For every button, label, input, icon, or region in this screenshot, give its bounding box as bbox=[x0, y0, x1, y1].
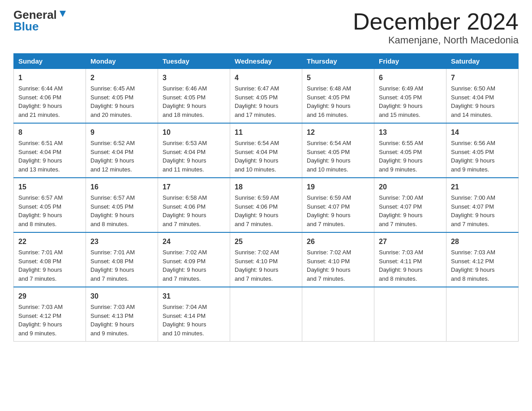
daylight-label: Daylight: 9 hours bbox=[307, 266, 351, 273]
day-number: 30 bbox=[90, 291, 153, 302]
sunrise-label: Sunrise: 7:04 AM bbox=[163, 304, 207, 310]
sunset-label: Sunset: 4:04 PM bbox=[90, 149, 133, 155]
sunset-label: Sunset: 4:12 PM bbox=[18, 313, 61, 319]
daylight-label: Daylight: 9 hours bbox=[235, 103, 279, 109]
logo-triangle-icon bbox=[58, 9, 68, 19]
calendar-cell: 22Sunrise: 7:01 AMSunset: 4:08 PMDayligh… bbox=[14, 232, 86, 287]
calendar-body: 1Sunrise: 6:44 AMSunset: 4:06 PMDaylight… bbox=[14, 69, 519, 342]
sunrise-label: Sunrise: 7:02 AM bbox=[163, 249, 207, 256]
daylight-label: Daylight: 9 hours bbox=[379, 103, 423, 109]
calendar-cell: 7Sunrise: 6:50 AMSunset: 4:04 PMDaylight… bbox=[446, 69, 519, 124]
calendar-cell: 31Sunrise: 7:04 AMSunset: 4:14 PMDayligh… bbox=[158, 287, 230, 342]
calendar-cell: 21Sunrise: 7:00 AMSunset: 4:07 PMDayligh… bbox=[446, 178, 519, 232]
calendar-cell: 11Sunrise: 6:54 AMSunset: 4:04 PMDayligh… bbox=[230, 123, 302, 178]
sunrise-label: Sunrise: 7:00 AM bbox=[379, 194, 423, 201]
sunrise-label: Sunrise: 6:47 AM bbox=[235, 85, 279, 92]
daylight-minutes: and 9 minutes. bbox=[18, 330, 56, 337]
sunset-label: Sunset: 4:05 PM bbox=[379, 149, 422, 155]
day-number: 25 bbox=[235, 236, 297, 247]
calendar-week-row: 15Sunrise: 6:57 AMSunset: 4:05 PMDayligh… bbox=[14, 178, 519, 232]
calendar-cell bbox=[446, 287, 519, 342]
calendar-cell: 23Sunrise: 7:01 AMSunset: 4:08 PMDayligh… bbox=[86, 232, 158, 287]
daylight-label: Daylight: 9 hours bbox=[451, 212, 495, 218]
daylight-label: Daylight: 9 hours bbox=[90, 266, 134, 273]
daylight-minutes: and 9 minutes. bbox=[451, 166, 489, 173]
daylight-label: Daylight: 9 hours bbox=[379, 212, 423, 218]
sunrise-label: Sunrise: 6:58 AM bbox=[163, 194, 207, 201]
calendar-cell bbox=[374, 287, 446, 342]
sunset-label: Sunset: 4:05 PM bbox=[18, 203, 61, 210]
daylight-minutes: and 21 minutes. bbox=[18, 111, 60, 118]
day-number: 14 bbox=[451, 127, 514, 138]
calendar-cell: 1Sunrise: 6:44 AMSunset: 4:06 PMDaylight… bbox=[14, 69, 86, 124]
daylight-label: Daylight: 9 hours bbox=[235, 157, 279, 164]
header-wednesday: Wednesday bbox=[230, 54, 302, 69]
header-monday: Monday bbox=[86, 54, 158, 69]
calendar-cell: 6Sunrise: 6:49 AMSunset: 4:05 PMDaylight… bbox=[374, 69, 446, 124]
daylight-label: Daylight: 9 hours bbox=[451, 266, 495, 273]
sunset-label: Sunset: 4:05 PM bbox=[379, 94, 422, 101]
svg-marker-0 bbox=[60, 11, 66, 17]
day-number: 31 bbox=[163, 291, 225, 302]
page-header: General Blue December 2024 Kamenjane, No… bbox=[13, 9, 519, 46]
day-number: 2 bbox=[90, 73, 153, 83]
logo-general-text: General bbox=[13, 9, 57, 21]
calendar-cell: 14Sunrise: 6:56 AMSunset: 4:05 PMDayligh… bbox=[446, 123, 519, 178]
day-number: 11 bbox=[235, 127, 297, 138]
header-tuesday: Tuesday bbox=[158, 54, 230, 69]
daylight-minutes: and 8 minutes. bbox=[379, 275, 417, 282]
sunrise-label: Sunrise: 6:54 AM bbox=[235, 140, 279, 146]
sunrise-label: Sunrise: 6:48 AM bbox=[307, 85, 351, 92]
page-title: December 2024 bbox=[353, 9, 519, 34]
calendar-cell: 26Sunrise: 7:02 AMSunset: 4:10 PMDayligh… bbox=[302, 232, 374, 287]
day-number: 5 bbox=[307, 73, 369, 83]
sunrise-label: Sunrise: 6:59 AM bbox=[235, 194, 279, 201]
sunset-label: Sunset: 4:09 PM bbox=[163, 258, 206, 265]
daylight-label: Daylight: 9 hours bbox=[451, 157, 495, 164]
sunset-label: Sunset: 4:14 PM bbox=[163, 313, 206, 319]
daylight-minutes: and 11 minutes. bbox=[163, 166, 204, 173]
calendar-header: SundayMondayTuesdayWednesdayThursdayFrid… bbox=[14, 54, 519, 69]
sunset-label: Sunset: 4:05 PM bbox=[451, 149, 494, 155]
daylight-minutes: and 17 minutes. bbox=[235, 111, 276, 118]
daylight-minutes: and 7 minutes. bbox=[307, 275, 345, 282]
daylight-label: Daylight: 9 hours bbox=[379, 266, 423, 273]
calendar-cell: 16Sunrise: 6:57 AMSunset: 4:05 PMDayligh… bbox=[86, 178, 158, 232]
sunrise-label: Sunrise: 6:44 AM bbox=[18, 85, 63, 92]
daylight-label: Daylight: 9 hours bbox=[18, 321, 62, 328]
sunrise-label: Sunrise: 6:51 AM bbox=[18, 140, 63, 146]
sunrise-label: Sunrise: 7:03 AM bbox=[379, 249, 423, 256]
daylight-minutes: and 7 minutes. bbox=[235, 221, 273, 227]
calendar-cell: 5Sunrise: 6:48 AMSunset: 4:05 PMDaylight… bbox=[302, 69, 374, 124]
calendar-cell: 17Sunrise: 6:58 AMSunset: 4:06 PMDayligh… bbox=[158, 178, 230, 232]
calendar-cell: 2Sunrise: 6:45 AMSunset: 4:05 PMDaylight… bbox=[86, 69, 158, 124]
sunrise-label: Sunrise: 6:50 AM bbox=[451, 85, 495, 92]
sunset-label: Sunset: 4:06 PM bbox=[235, 203, 278, 210]
sunrise-label: Sunrise: 7:02 AM bbox=[307, 249, 351, 256]
header-saturday: Saturday bbox=[446, 54, 519, 69]
sunset-label: Sunset: 4:04 PM bbox=[451, 94, 494, 101]
sunset-label: Sunset: 4:11 PM bbox=[379, 258, 422, 265]
day-number: 26 bbox=[307, 236, 369, 247]
sunset-label: Sunset: 4:04 PM bbox=[163, 149, 206, 155]
sunset-label: Sunset: 4:04 PM bbox=[18, 149, 61, 155]
calendar-cell: 27Sunrise: 7:03 AMSunset: 4:11 PMDayligh… bbox=[374, 232, 446, 287]
day-number: 28 bbox=[451, 236, 514, 247]
daylight-label: Daylight: 9 hours bbox=[90, 321, 134, 328]
day-number: 10 bbox=[163, 127, 225, 138]
sunrise-label: Sunrise: 7:00 AM bbox=[451, 194, 495, 201]
daylight-label: Daylight: 9 hours bbox=[163, 266, 206, 273]
daylight-minutes: and 15 minutes. bbox=[379, 111, 420, 118]
daylight-label: Daylight: 9 hours bbox=[90, 103, 134, 109]
daylight-minutes: and 20 minutes. bbox=[90, 111, 132, 118]
sunrise-label: Sunrise: 7:03 AM bbox=[18, 304, 63, 310]
sunrise-label: Sunrise: 6:56 AM bbox=[451, 140, 495, 146]
page-subtitle: Kamenjane, North Macedonia bbox=[353, 34, 519, 46]
sunrise-label: Sunrise: 7:02 AM bbox=[235, 249, 279, 256]
day-number: 19 bbox=[307, 182, 369, 193]
daylight-label: Daylight: 9 hours bbox=[90, 157, 134, 164]
sunrise-label: Sunrise: 6:57 AM bbox=[18, 194, 63, 201]
day-number: 21 bbox=[451, 182, 514, 193]
day-number: 12 bbox=[307, 127, 369, 138]
daylight-minutes: and 12 minutes. bbox=[90, 166, 132, 173]
